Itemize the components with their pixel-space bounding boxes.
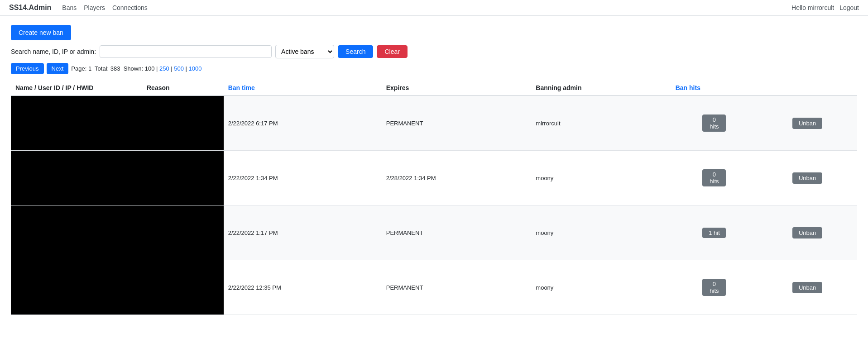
navbar-brand[interactable]: SS14.Admin <box>9 4 51 12</box>
navbar-right: Hello mirrorcult Logout <box>791 4 859 11</box>
table-header-row: Name / User ID / IP / HWID Reason Ban ti… <box>11 81 857 95</box>
cell-hits-2: 0hits <box>671 151 758 205</box>
cell-action-3: Unban <box>758 205 857 260</box>
table-row: 2/22/2022 12:35 PM PERMANENT moony 0hits… <box>11 260 857 315</box>
create-new-ban-button[interactable]: Create new ban <box>11 25 71 40</box>
navbar-nav: Bans Players Connections <box>62 4 791 11</box>
cell-hits-3: 1 hit <box>671 205 758 260</box>
cell-action-1: Unban <box>758 95 857 151</box>
main-content: Create new ban Search name, ID, IP or ad… <box>0 16 868 324</box>
unban-button-4[interactable]: Unban <box>792 282 822 293</box>
cell-admin-3: moony <box>531 205 671 260</box>
cell-reason-4 <box>142 260 224 315</box>
cell-identity-1 <box>11 95 142 151</box>
pagination-row: Previous Next Page: 1 Total: 383 Shown: … <box>11 63 857 74</box>
search-label: Search name, ID, IP or admin: <box>11 48 96 55</box>
ban-table: Name / User ID / IP / HWID Reason Ban ti… <box>11 81 857 315</box>
cell-action-4: Unban <box>758 260 857 315</box>
cell-identity-3 <box>11 205 142 260</box>
hits-badge-3: 1 hit <box>702 228 726 238</box>
reason-redacted-4 <box>147 265 219 310</box>
nav-bans[interactable]: Bans <box>62 4 77 11</box>
col-identity: Name / User ID / IP / HWID <box>11 81 142 95</box>
hits-badge-1: 0hits <box>702 114 726 132</box>
prev-button[interactable]: Previous <box>11 63 44 74</box>
cell-identity-2 <box>11 151 142 205</box>
show-1000[interactable]: 1000 <box>189 65 202 72</box>
cell-expires-2: 2/28/2022 1:34 PM <box>382 151 532 205</box>
cell-expires-4: PERMANENT <box>382 260 532 315</box>
hello-text: Hello mirrorcult <box>791 4 834 11</box>
table-row: 2/22/2022 6:17 PM PERMANENT mirrorcult 0… <box>11 95 857 151</box>
cell-reason-1 <box>142 95 224 151</box>
hits-badge-4: 0hits <box>702 279 726 296</box>
col-reason: Reason <box>142 81 224 95</box>
cell-expires-3: PERMANENT <box>382 205 532 260</box>
cell-admin-4: moony <box>531 260 671 315</box>
reason-redacted-3 <box>147 210 219 255</box>
search-button[interactable]: Search <box>338 45 373 58</box>
cell-bantime-2: 2/22/2022 1:34 PM <box>224 151 382 205</box>
table-row: 2/22/2022 1:17 PM PERMANENT moony 1 hit … <box>11 205 857 260</box>
unban-button-1[interactable]: Unban <box>792 118 822 129</box>
cell-action-2: Unban <box>758 151 857 205</box>
cell-bantime-3: 2/22/2022 1:17 PM <box>224 205 382 260</box>
reason-redacted-2 <box>147 155 219 200</box>
cell-hits-1: 0hits <box>671 95 758 151</box>
show-500[interactable]: 500 <box>174 65 184 72</box>
table-row: 2/22/2022 1:34 PM 2/28/2022 1:34 PM moon… <box>11 151 857 205</box>
cell-bantime-1: 2/22/2022 6:17 PM <box>224 95 382 151</box>
search-row: Search name, ID, IP or admin: Active ban… <box>11 45 857 58</box>
identity-redacted-2 <box>15 155 138 200</box>
identity-redacted-4 <box>15 265 138 310</box>
show-250[interactable]: 250 <box>159 65 169 72</box>
cell-reason-2 <box>142 151 224 205</box>
cell-admin-2: moony <box>531 151 671 205</box>
col-action <box>758 81 857 95</box>
clear-button[interactable]: Clear <box>377 45 407 58</box>
logout-link[interactable]: Logout <box>839 4 859 11</box>
identity-redacted-3 <box>15 210 138 255</box>
cell-bantime-4: 2/22/2022 12:35 PM <box>224 260 382 315</box>
unban-button-3[interactable]: Unban <box>792 227 822 239</box>
nav-connections[interactable]: Connections <box>112 4 148 11</box>
col-expires: Expires <box>382 81 532 95</box>
cell-hits-4: 0hits <box>671 260 758 315</box>
page-info: Page: 1 Total: 383 Shown: 100 | 250 | 50… <box>71 65 201 72</box>
identity-redacted-1 <box>15 100 138 146</box>
navbar: SS14.Admin Bans Players Connections Hell… <box>0 0 868 16</box>
toolbar: Create new ban Search name, ID, IP or ad… <box>11 25 857 74</box>
reason-redacted-1 <box>147 100 219 146</box>
cell-expires-1: PERMANENT <box>382 95 532 151</box>
col-bantime: Ban time <box>224 81 382 95</box>
next-button[interactable]: Next <box>47 63 69 74</box>
unban-button-2[interactable]: Unban <box>792 172 822 184</box>
cell-identity-4 <box>11 260 142 315</box>
cell-admin-1: mirrorcult <box>531 95 671 151</box>
col-admin: Banning admin <box>531 81 671 95</box>
hits-badge-2: 0hits <box>702 169 726 186</box>
filter-select[interactable]: Active bans All bans Expired bans <box>275 45 334 58</box>
col-hits: Ban hits <box>671 81 758 95</box>
nav-players[interactable]: Players <box>84 4 105 11</box>
search-input[interactable] <box>100 45 272 58</box>
cell-reason-3 <box>142 205 224 260</box>
